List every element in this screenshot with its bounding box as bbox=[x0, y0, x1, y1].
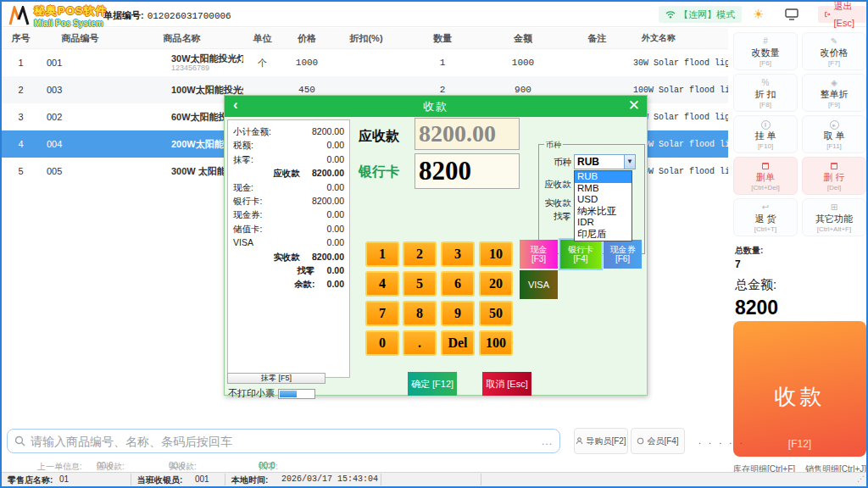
numpad-key-.[interactable]: . bbox=[403, 330, 437, 356]
function-sidebar: #改数量[F6]✎改价格[F7]%折 扣[F8]◈整单折[F9]‖挂 单[F10… bbox=[732, 32, 868, 319]
display-icon[interactable] bbox=[785, 8, 798, 24]
search-bar: ... bbox=[7, 429, 560, 453]
currency-option[interactable]: IDR bbox=[575, 217, 632, 229]
numpad-key-1[interactable]: 1 bbox=[365, 241, 399, 267]
guide-staff-button[interactable]: 导购员[F2] bbox=[574, 428, 628, 454]
numpad-key-Del[interactable]: Del bbox=[441, 330, 475, 356]
currency-dropdown-list: RUBRMBUSD纳米比亚IDR印尼盾 bbox=[574, 170, 632, 241]
cell: 30W Solar flood light bbox=[633, 58, 728, 68]
more-options-dots[interactable]: . . . . . bbox=[698, 435, 745, 446]
totals-panel: 总数量: 7 总金额: 8200 bbox=[732, 236, 868, 319]
pause-icon: ‖ bbox=[734, 119, 797, 130]
pay-method-voucher[interactable]: 现金券[F6] bbox=[604, 240, 642, 269]
pay-method-bank[interactable]: 银行卡[F4] bbox=[560, 240, 601, 269]
currency-paid-label: 实收款 bbox=[539, 197, 571, 209]
trash-icon bbox=[734, 160, 797, 171]
column-header: 金额 bbox=[485, 28, 561, 48]
round-off-button[interactable]: 抹零 [F5] bbox=[227, 373, 326, 384]
no-print-toggle[interactable] bbox=[278, 389, 315, 399]
numpad-key-7[interactable]: 7 bbox=[365, 301, 399, 326]
cell: 3 bbox=[2, 112, 40, 122]
column-header: 商品名称 bbox=[120, 28, 243, 48]
member-button[interactable]: 会员[F4] bbox=[631, 428, 685, 454]
numpad-key-100[interactable]: 100 bbox=[479, 330, 513, 356]
function-card-改数量[interactable]: #改数量[F6] bbox=[733, 32, 798, 70]
order-number: 单据编号:012026031700006 bbox=[103, 9, 231, 22]
numpad-key-8[interactable]: 8 bbox=[403, 301, 437, 326]
total-qty-label: 总数量: bbox=[735, 245, 865, 257]
time-label: 本地时间: bbox=[231, 474, 268, 486]
function-card-删行[interactable]: 删 行[Del] bbox=[802, 157, 866, 195]
hash-icon: # bbox=[734, 36, 797, 47]
numpad-key-0[interactable]: 0 bbox=[365, 330, 399, 356]
function-card-折扣[interactable]: %折 扣[F8] bbox=[733, 74, 798, 112]
column-header: 价格 bbox=[281, 28, 332, 48]
currency-select[interactable]: RUB ▼ bbox=[574, 154, 636, 169]
cell: 4 bbox=[2, 139, 40, 149]
trash-icon bbox=[803, 160, 865, 171]
currency-option[interactable]: RUB bbox=[575, 171, 632, 183]
confirm-button[interactable]: 确定 [F12] bbox=[408, 372, 457, 396]
numpad-key-20[interactable]: 20 bbox=[479, 271, 513, 297]
column-header: 单位 bbox=[243, 28, 281, 48]
numpad-key-5[interactable]: 5 bbox=[403, 271, 437, 297]
pay-method-cash[interactable]: 现金[F3] bbox=[520, 240, 558, 269]
chevron-down-icon[interactable]: ▼ bbox=[624, 155, 635, 169]
numpad-key-6[interactable]: 6 bbox=[441, 271, 475, 297]
function-card-删单[interactable]: 删单[Ctrl+Del] bbox=[733, 157, 798, 195]
percent-icon: % bbox=[734, 77, 797, 88]
previous-order-info: 上一单信息: 应收款: 00.0 实收款: 00.0 找零:00.0 bbox=[2, 461, 731, 472]
play-icon: ▸ bbox=[803, 119, 865, 130]
function-card-改价格[interactable]: ✎改价格[F7] bbox=[802, 32, 866, 70]
cell: 1000 bbox=[485, 58, 561, 68]
function-card-退货[interactable]: ↩退 货[Ctrl+T] bbox=[733, 198, 798, 236]
numpad-key-3[interactable]: 3 bbox=[441, 241, 475, 267]
function-card-挂单[interactable]: ‖挂 单[F10] bbox=[733, 115, 798, 153]
pencil-icon: ✎ bbox=[803, 36, 865, 47]
numpad-key-2[interactable]: 2 bbox=[403, 241, 437, 267]
numpad-key-50[interactable]: 50 bbox=[479, 301, 513, 326]
cell: 001 bbox=[40, 58, 120, 68]
table-row[interactable]: 100130W太阳能投光灯123456789个10001100030W Sola… bbox=[2, 49, 728, 76]
member-icon bbox=[637, 437, 644, 445]
function-card-其它功能[interactable]: ⊞其它功能[Ctrl+Alt+F] bbox=[802, 198, 866, 236]
summary-row: 找零0.00 bbox=[233, 263, 344, 277]
summary-row: 余款:0.00 bbox=[233, 277, 344, 291]
time-value: 2026/03/17 15:43:04 bbox=[281, 474, 378, 484]
currency-option[interactable]: 印尼盾 bbox=[575, 229, 632, 241]
store-value: 01 bbox=[59, 474, 69, 484]
currency-option[interactable]: 纳米比亚 bbox=[575, 206, 632, 218]
search-more-button[interactable]: ... bbox=[542, 435, 553, 447]
function-card-取单[interactable]: ▸取 单[F11] bbox=[802, 115, 866, 153]
cancel-button[interactable]: 取消 [Esc] bbox=[482, 372, 531, 396]
grid-icon: ⊞ bbox=[803, 202, 865, 213]
currency-option[interactable]: USD bbox=[575, 194, 632, 206]
cell: 5 bbox=[2, 166, 40, 176]
search-input[interactable] bbox=[31, 435, 537, 448]
function-card-整单折[interactable]: ◈整单折[F9] bbox=[802, 74, 866, 112]
amount-due-display: 8200.00 bbox=[415, 118, 520, 150]
currency-change-label: 找零 bbox=[539, 211, 571, 223]
amount-due-label: 应收款 bbox=[359, 128, 399, 146]
checkout-button[interactable]: 收款 [F12] bbox=[733, 321, 866, 457]
prev-order-label: 上一单信息: bbox=[37, 461, 82, 473]
numpad-key-10[interactable]: 10 bbox=[479, 241, 513, 267]
column-header: 备注 bbox=[561, 28, 633, 48]
online-mode-badge: 【连网】模式 bbox=[659, 6, 742, 23]
bank-card-label: 银行卡 bbox=[359, 164, 399, 181]
close-icon[interactable]: ✕ bbox=[628, 97, 640, 114]
column-header: 商品编号 bbox=[40, 28, 120, 48]
theme-sun-icon[interactable]: ☀ bbox=[753, 7, 764, 22]
currency-option[interactable]: RMB bbox=[575, 183, 632, 195]
column-header: 序号 bbox=[2, 28, 40, 48]
summary-row: 储值卡:0.00 bbox=[233, 222, 344, 236]
numpad-key-4[interactable]: 4 bbox=[365, 271, 399, 297]
cell: 1000 bbox=[281, 58, 332, 68]
cell: 004 bbox=[40, 139, 120, 149]
bank-card-amount-input[interactable]: 8200 bbox=[415, 153, 520, 189]
resize-grip: ⋰ bbox=[857, 474, 865, 485]
pay-method-visa[interactable]: VISA bbox=[520, 270, 558, 299]
exit-button[interactable]: 退出[Esc] bbox=[818, 6, 866, 23]
numpad-key-9[interactable]: 9 bbox=[441, 301, 475, 326]
cell: 1 bbox=[2, 58, 40, 68]
